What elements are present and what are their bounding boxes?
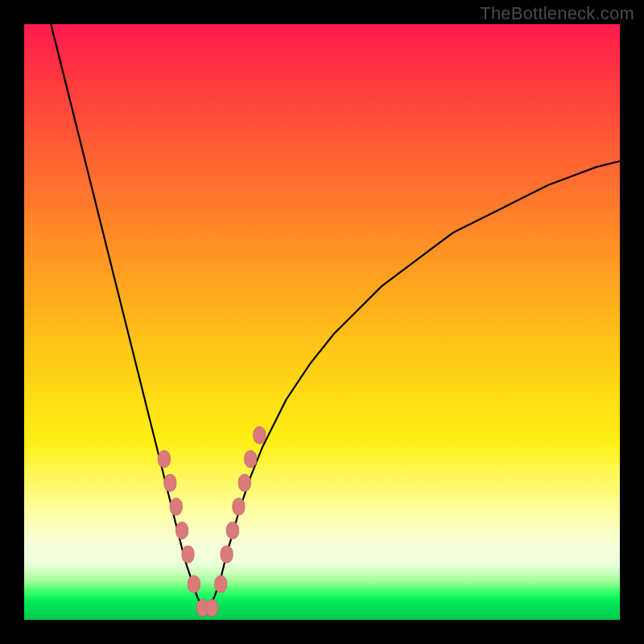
highlight-markers (158, 427, 265, 617)
marker-point (238, 474, 250, 491)
marker-point (158, 451, 170, 468)
marker-point (215, 576, 227, 592)
watermark-text: TheBottleneck.com (480, 3, 634, 24)
marker-point (245, 451, 257, 468)
marker-point (176, 522, 188, 539)
marker-point (221, 546, 233, 563)
marker-point (233, 498, 245, 515)
bottleneck-curve (24, 0, 620, 608)
chart-svg (24, 24, 620, 620)
marker-point (170, 498, 182, 515)
plot-area (24, 24, 620, 620)
marker-point (164, 474, 176, 491)
marker-point (206, 600, 218, 617)
marker-point (188, 576, 200, 592)
marker-point (227, 522, 239, 539)
marker-point (182, 546, 194, 563)
marker-point (254, 427, 266, 444)
